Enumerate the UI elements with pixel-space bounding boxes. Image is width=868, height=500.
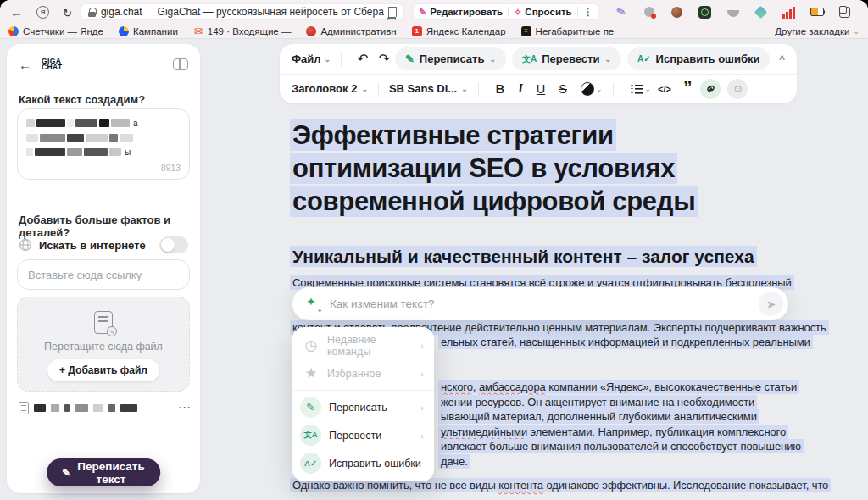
dropzone-label: Перетащите сюда файл [44,341,163,353]
gigachat-logo: GIGACHAT [42,58,63,71]
ask-icon: ✧ [514,7,521,18]
bookmark-label: Кампании [133,26,178,36]
calendar-bookmark-icon: 1 [412,26,422,36]
sparkle-icon [306,297,321,312]
text-color-button[interactable] [581,82,594,96]
bookmark-item[interactable]: 1Яндекс Календар [412,26,506,36]
sidebar-back-icon[interactable]: ← [19,58,31,72]
ball-extension-icon[interactable] [670,5,684,19]
file-dropzone[interactable]: ✎ Перетащите сюда файл + Добавить файл [17,297,190,392]
neuro-actions: ✎Редактировать ✧Спросить ⋮ [413,3,599,20]
send-button[interactable]: ➤ [759,292,783,316]
recorder-extension-icon[interactable] [643,5,656,19]
font-select[interactable]: SB Sans Di...⌄ [389,82,468,95]
metrika-bookmark-icon [8,26,19,36]
bookmark-flag-icon[interactable] [388,7,397,17]
bookmark-item[interactable]: ≡Негабаритные пе [521,26,615,36]
bar-chart-extension-icon[interactable] [782,5,796,19]
translate-action-button[interactable]: 文AПеревести⌄ [512,47,621,70]
prompt-textarea[interactable]: а ы 8913 [17,108,190,180]
bookmark-label: Счетчики — Янде [23,26,103,36]
star-icon: ★ [303,364,320,382]
green-app-extension-icon[interactable] [698,5,712,19]
prompt-char: а [133,119,138,128]
pen-icon: ✎ [300,397,321,418]
italic-button[interactable]: I [518,81,523,96]
bookmark-item[interactable]: Счетчики — Янде [8,26,103,36]
bookmarks-bar: Счетчики — ЯндеКампании✉149 · Входящие —… [0,24,868,39]
context-menu: ◷Недавние команды›★Избранное›✎Переписать… [292,327,434,481]
bookmark-item[interactable]: ✉149 · Входящие — [193,26,292,36]
strikethrough-button[interactable]: S [559,82,567,96]
command-input[interactable] [330,297,759,310]
bowl-extension-icon[interactable] [726,5,740,19]
submenu-arrow-icon: › [420,403,424,413]
back-button-icon[interactable] [10,6,23,19]
yandex-browser-icon[interactable]: Я [36,6,49,19]
document-h1[interactable]: Эффективные стратегии оптимизации SEO в … [292,119,698,218]
bookmark-label: Негабаритные пе [536,26,615,36]
menu-item[interactable]: 文AПеревести› [292,421,434,449]
bookmark-label: Административн [320,26,396,36]
file-menu[interactable]: Файл⌄ [292,53,331,65]
bold-button[interactable]: B [496,82,504,96]
bookmark-item[interactable]: Административн [306,26,396,36]
reload-icon[interactable] [63,6,72,19]
fix-errors-action-button[interactable]: A✓Исправить ошибки [627,47,770,70]
admin-bookmark-icon [306,26,316,36]
chevron-down-icon: ⌄ [645,85,652,93]
cube-extension-icon[interactable] [754,5,768,19]
emoji-button[interactable]: ☺ [727,79,748,99]
menu-item[interactable]: A✓Исправить ошибки [292,449,434,477]
search-internet-label: Искать в интернете [39,239,146,252]
menu-item-label: Переписать [329,402,387,414]
document-h2[interactable]: Уникальный и качественный контент – зало… [292,244,757,269]
rewrite-action-button[interactable]: ✎Переписать⌄ [395,47,506,70]
lock-icon [88,8,96,17]
bookmark-item[interactable]: Кампании [119,26,178,36]
link-input[interactable] [17,259,190,290]
mail-bookmark-icon: ✉ [193,26,203,36]
extensions-row: ↓ [615,5,868,19]
chevron-down-icon: ⌄ [853,27,860,36]
chevron-down-icon: ⌄ [361,85,368,93]
redo-icon[interactable]: ↷ [379,51,390,67]
fix-errors-icon: A✓ [300,453,321,474]
menu-item-label: Перевести [329,430,381,442]
code-button[interactable]: </> [658,84,671,94]
link-button[interactable] [700,79,721,99]
editor-toolbar: Файл⌄ ↶ ↷ ✎Переписать⌄ 文AПеревести⌄ A✓Ис… [280,44,797,103]
pen-extension-icon[interactable] [615,5,628,19]
chevron-down-icon: ⌄ [325,55,331,64]
sidebar: ← GIGACHAT Какой текст создадим? а ы 891… [7,44,200,493]
battery-extension-icon[interactable] [810,5,824,19]
underline-button[interactable]: U [537,82,545,96]
page-title: GigaChat — русскоязычная нейросеть от Сб… [158,6,384,18]
other-bookmarks-button[interactable]: Другие закладки⌄ [775,26,860,36]
collapse-toolbar-icon[interactable]: ^ [779,53,785,65]
paragraph-style-select[interactable]: Заголовок 2⌄ [292,82,368,95]
menu-item[interactable]: ★Избранное› [292,359,434,387]
add-file-button[interactable]: + Добавить файл [47,359,159,381]
direct-bookmark-icon [119,26,129,36]
menu-item[interactable]: ✎Переписать› [292,393,434,421]
undo-icon[interactable]: ↶ [357,51,368,67]
quote-button[interactable]: ” [683,83,693,95]
ask-button[interactable]: ✧Спросить [514,7,572,18]
search-internet-toggle[interactable] [159,236,188,253]
more-options-icon[interactable]: ⋮ [583,6,593,18]
edit-button[interactable]: ✎Редактировать [419,7,503,18]
globe-icon [19,238,32,252]
file-menu-icon[interactable]: ··· [179,402,192,414]
attached-file-row[interactable]: ··· [19,400,192,415]
browser-window: Я giga.chat GigaChat — русскоязычная ней… [0,0,868,500]
address-bar[interactable]: giga.chat GigaChat — русскоязычная нейро… [81,3,404,20]
menu-item-label: Исправить ошибки [329,458,421,469]
list-button[interactable] [631,84,643,94]
chevron-down-icon: ⌄ [461,85,468,93]
edit-icon: ✎ [419,7,426,18]
rewrite-text-button[interactable]: ✎ Переписать текст [47,458,160,486]
tabs-extension-icon[interactable] [838,5,852,19]
collapse-panel-icon[interactable] [173,58,188,70]
menu-item[interactable]: ◷Недавние команды› [292,331,434,359]
